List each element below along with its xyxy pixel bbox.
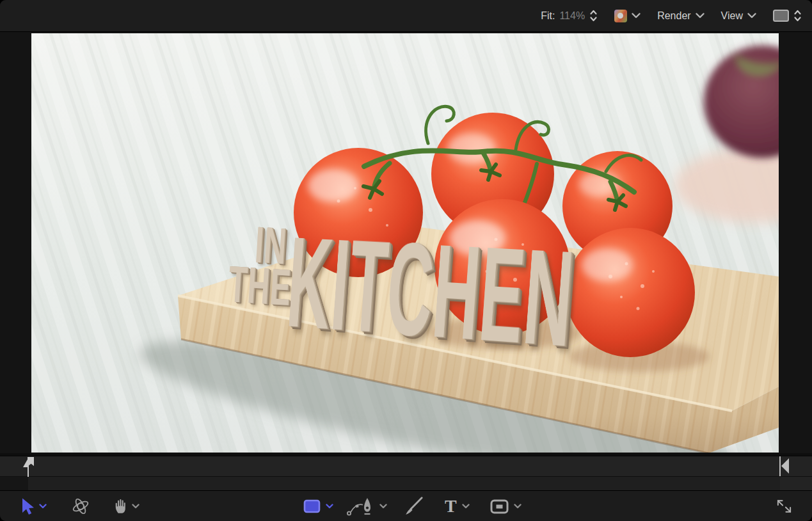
expand-button[interactable]	[776, 491, 793, 521]
zoom-value: 114%	[559, 10, 585, 22]
timeline-tail	[780, 477, 812, 490]
display-stepper-icon	[793, 9, 802, 22]
expand-icon	[776, 498, 793, 515]
render-menu-label: Render	[657, 10, 690, 22]
app-window: Fit: 114% Render View	[0, 0, 812, 521]
timeline-scrubber-track[interactable]	[0, 456, 812, 476]
display-control[interactable]	[773, 9, 802, 22]
view-menu-label: View	[721, 10, 743, 22]
orbit-tool-icon	[72, 499, 90, 514]
rect-tool-icon	[303, 499, 321, 513]
paint-tool-icon	[403, 496, 424, 517]
tool-toolbar: T	[0, 490, 812, 521]
chevron-down-icon[interactable]	[462, 504, 470, 509]
pan-tool-button[interactable]	[114, 491, 139, 521]
chevron-down-icon[interactable]	[39, 504, 47, 509]
pan-tool-icon	[114, 498, 127, 515]
render-menu-button[interactable]: Render	[657, 10, 704, 22]
zoom-label: Fit:	[541, 10, 555, 22]
tomato-photo-scene	[31, 33, 779, 453]
top-toolbar: Fit: 114% Render View	[0, 0, 812, 32]
select-tool-icon	[20, 497, 34, 515]
view-menu-button[interactable]: View	[721, 10, 756, 22]
chevron-down-icon	[632, 13, 641, 19]
canvas-viewport[interactable]: IN THE KITCHEN	[31, 33, 779, 453]
text-tool-icon: T	[445, 497, 457, 515]
color-swatch-icon	[614, 10, 627, 22]
zoom-control[interactable]: Fit: 114%	[541, 9, 598, 22]
chevron-down-icon[interactable]	[379, 504, 387, 509]
rect-tool-button[interactable]	[303, 491, 333, 521]
chevron-down-icon[interactable]	[326, 504, 333, 509]
canvas-area: IN THE KITCHEN	[0, 33, 812, 453]
bezier-tool-button[interactable]	[346, 491, 387, 521]
color-controls-menu[interactable]	[614, 10, 641, 22]
bezier-tool-icon	[346, 497, 374, 516]
display-toggle-icon	[773, 10, 789, 22]
chevron-down-icon	[747, 13, 756, 19]
zoom-stepper-icon[interactable]	[589, 9, 598, 22]
select-tool-button[interactable]	[20, 491, 47, 521]
chevron-down-icon[interactable]	[514, 504, 521, 509]
timeline-range-track[interactable]	[0, 477, 812, 490]
text-tool-button[interactable]: T	[445, 491, 470, 521]
orbit-tool-button[interactable]	[72, 491, 90, 521]
timeline-active-range[interactable]	[28, 477, 780, 490]
mask-tool-icon	[490, 499, 509, 514]
paint-tool-button[interactable]	[403, 491, 424, 521]
chevron-down-icon[interactable]	[132, 504, 139, 509]
mini-timeline[interactable]	[0, 453, 812, 490]
chevron-down-icon	[696, 13, 705, 19]
mask-tool-button[interactable]	[490, 491, 521, 521]
